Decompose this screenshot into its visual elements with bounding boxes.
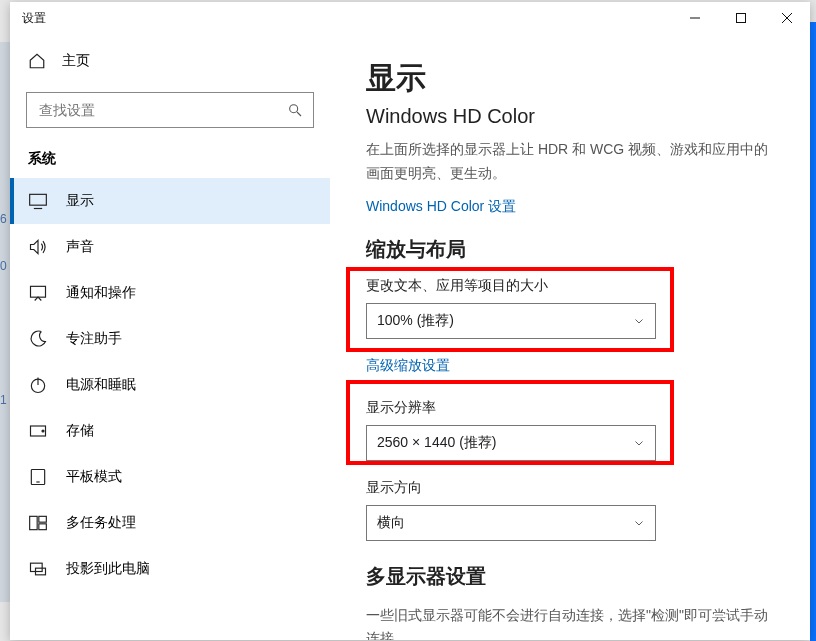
home-label: 主页	[62, 52, 90, 70]
search-text[interactable]	[37, 101, 261, 119]
page-title: 显示	[366, 58, 780, 99]
scale-group: 更改文本、应用等项目的大小 100% (推荐)	[366, 277, 780, 339]
search-input[interactable]	[26, 92, 314, 128]
resolution-value: 2560 × 1440 (推荐)	[377, 434, 496, 452]
sidebar-item-label: 通知和操作	[66, 284, 136, 302]
svg-marker-8	[31, 240, 39, 253]
svg-rect-9	[31, 286, 46, 297]
window-buttons	[672, 2, 810, 34]
tablet-icon	[28, 467, 48, 487]
svg-point-13	[42, 430, 44, 432]
multi-heading: 多显示器设置	[366, 563, 780, 590]
sidebar-item-notifications[interactable]: 通知和操作	[10, 270, 330, 316]
svg-rect-18	[39, 524, 47, 530]
orientation-select[interactable]: 横向	[366, 505, 656, 541]
strip-label-0: 0	[0, 259, 7, 273]
scale-value: 100% (推荐)	[377, 312, 454, 330]
sidebar-item-label: 投影到此电脑	[66, 560, 150, 578]
notifications-icon	[28, 283, 48, 303]
svg-rect-16	[30, 516, 38, 529]
sidebar-item-label: 存储	[66, 422, 94, 440]
right-blue-bar	[810, 22, 816, 641]
chevron-down-icon	[633, 315, 645, 327]
orientation-group: 显示方向 横向	[366, 479, 780, 541]
project-icon	[28, 559, 48, 579]
sidebar-item-storage[interactable]: 存储	[10, 408, 330, 454]
multitask-icon	[28, 513, 48, 533]
sidebar-item-label: 声音	[66, 238, 94, 256]
search-wrap	[10, 82, 330, 132]
svg-line-5	[297, 112, 301, 116]
svg-point-4	[290, 105, 298, 113]
titlebar[interactable]: 设置	[10, 2, 810, 34]
maximize-button[interactable]	[718, 2, 764, 34]
chevron-down-icon	[633, 437, 645, 449]
home-icon	[28, 52, 46, 70]
advanced-scale-link[interactable]: 高级缩放设置	[366, 357, 450, 375]
scale-select[interactable]: 100% (推荐)	[366, 303, 656, 339]
multi-desc: 一些旧式显示器可能不会进行自动连接，选择"检测"即可尝试手动连接	[366, 604, 780, 640]
sidebar-item-label: 平板模式	[66, 468, 122, 486]
svg-rect-1	[737, 14, 746, 23]
sidebar-item-label: 多任务处理	[66, 514, 136, 532]
scale-heading: 缩放与布局	[366, 236, 780, 263]
sidebar-item-display[interactable]: 显示	[10, 178, 330, 224]
svg-rect-6	[30, 194, 47, 205]
sidebar-category: 系统	[10, 132, 330, 178]
minimize-button[interactable]	[672, 2, 718, 34]
search-icon	[287, 102, 303, 118]
hdcolor-desc: 在上面所选择的显示器上让 HDR 和 WCG 视频、游戏和应用中的画面更明亮、更…	[366, 138, 780, 186]
storage-icon	[28, 421, 48, 441]
sidebar-item-label: 显示	[66, 192, 94, 210]
settings-window: 设置 主页	[10, 2, 810, 640]
hdcolor-heading: Windows HD Color	[366, 105, 780, 128]
svg-rect-19	[31, 563, 43, 571]
scale-label: 更改文本、应用等项目的大小	[366, 277, 780, 295]
content-area[interactable]: 显示 Windows HD Color 在上面所选择的显示器上让 HDR 和 W…	[330, 34, 810, 640]
desktop-viewport: 6 0 1 设置	[0, 0, 816, 641]
home-button[interactable]: 主页	[10, 40, 330, 82]
display-icon	[28, 191, 48, 211]
left-gray-strip	[0, 42, 10, 602]
orientation-value: 横向	[377, 514, 405, 532]
sidebar-item-label: 电源和睡眠	[66, 376, 136, 394]
sidebar: 主页 系统 显示	[10, 34, 330, 640]
strip-label-1: 1	[0, 393, 7, 407]
sound-icon	[28, 237, 48, 257]
sidebar-item-power[interactable]: 电源和睡眠	[10, 362, 330, 408]
sidebar-item-focus[interactable]: 专注助手	[10, 316, 330, 362]
close-button[interactable]	[764, 2, 810, 34]
sidebar-item-project[interactable]: 投影到此电脑	[10, 546, 330, 592]
resolution-label: 显示分辨率	[366, 399, 780, 417]
power-icon	[28, 375, 48, 395]
window-title: 设置	[22, 10, 46, 27]
sidebar-nav: 显示 声音 通知和操作	[10, 178, 330, 592]
focus-icon	[28, 329, 48, 349]
strip-label-6: 6	[0, 212, 7, 226]
chevron-down-icon	[633, 517, 645, 529]
hdcolor-link[interactable]: Windows HD Color 设置	[366, 198, 516, 216]
sidebar-item-tablet[interactable]: 平板模式	[10, 454, 330, 500]
orientation-label: 显示方向	[366, 479, 780, 497]
resolution-group: 显示分辨率 2560 × 1440 (推荐)	[366, 399, 780, 461]
resolution-select[interactable]: 2560 × 1440 (推荐)	[366, 425, 656, 461]
sidebar-item-multitask[interactable]: 多任务处理	[10, 500, 330, 546]
sidebar-item-label: 专注助手	[66, 330, 122, 348]
sidebar-item-sound[interactable]: 声音	[10, 224, 330, 270]
window-body: 主页 系统 显示	[10, 34, 810, 640]
svg-rect-17	[39, 516, 47, 522]
